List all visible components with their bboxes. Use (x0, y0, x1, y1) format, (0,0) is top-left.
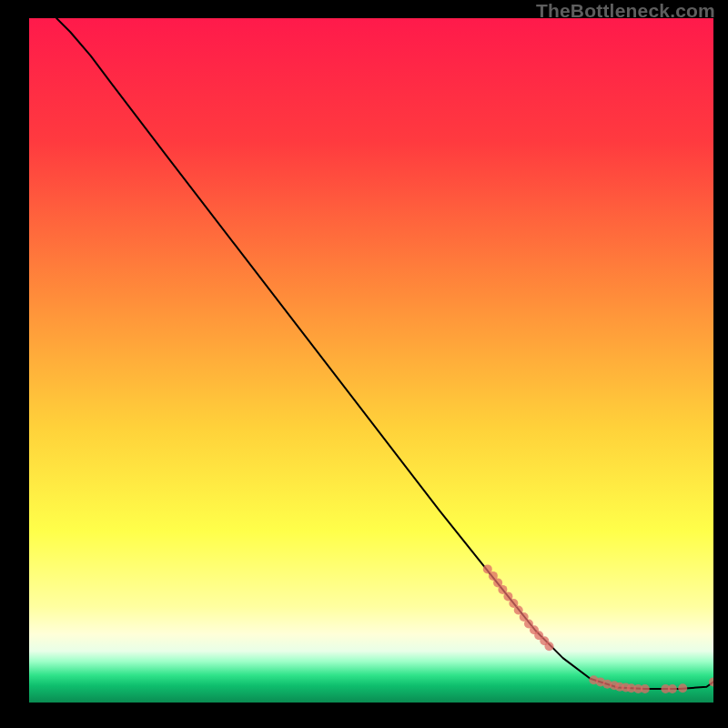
data-point (668, 684, 677, 693)
chart-stage: TheBottleneck.com (0, 0, 728, 728)
data-point (678, 683, 687, 693)
chart-svg (29, 18, 713, 703)
data-point (545, 642, 554, 651)
data-point (641, 684, 650, 693)
gradient-background (29, 18, 713, 703)
plot-area (29, 18, 713, 703)
